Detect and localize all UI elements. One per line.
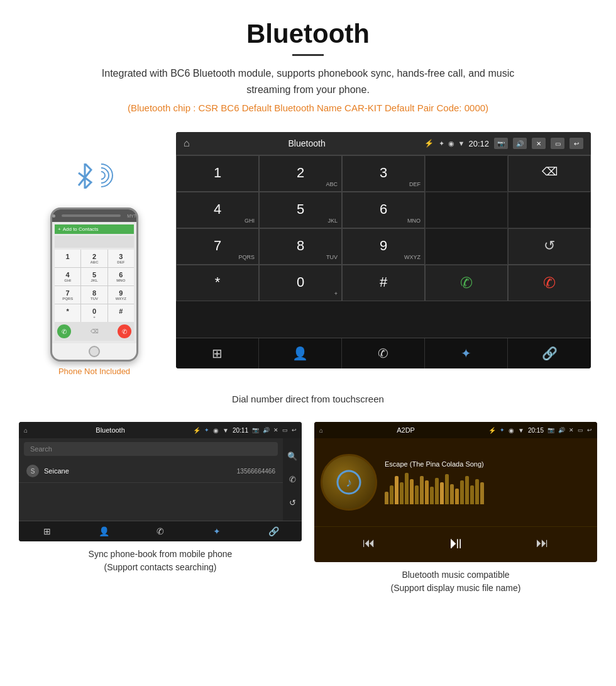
music-caption: Bluetooth music compatible(Support displ…	[391, 568, 521, 595]
track-title: Escape (The Pina Colada Song)	[385, 460, 591, 468]
phonebook-back-icon: ↩	[292, 427, 297, 433]
music-status-bar: ⌂ A2DP ⚡ ✦ ◉ ▼ 20:15 📷 🔊 ✕ ▭ ↩	[314, 422, 597, 438]
nav-bluetooth-icon[interactable]: ✦	[425, 338, 508, 368]
phonebook-call-icon[interactable]: ✆	[289, 475, 296, 484]
album-art: ♪	[321, 454, 377, 511]
nav-phone-icon[interactable]: ✆	[342, 338, 425, 368]
search-placeholder: Search	[30, 445, 52, 453]
contact-avatar: S	[26, 465, 39, 477]
music-controls: ⏮ ⏯ ⏭	[314, 526, 597, 562]
phonebook-wifi-icon: ▼	[223, 427, 229, 434]
pnav-contacts[interactable]: 👤	[75, 521, 132, 541]
dial-key-7[interactable]: 7PQRS	[176, 228, 259, 265]
phone-keypad: 1 2ABC 3DEF 4GHI 5JKL 6MNO 7PQRS 8TUV 9W…	[55, 250, 134, 322]
phonebook-screen: ⌂ Bluetooth ⚡ ✦ ◉ ▼ 20:11 📷 🔊 ✕ ▭ ↩ Sear…	[19, 422, 302, 541]
nav-link-icon[interactable]: 🔗	[508, 338, 591, 368]
sync-button[interactable]: ↺	[508, 228, 591, 265]
phonebook-home-icon: ⌂	[24, 427, 28, 434]
phonebook-screenshot: ⌂ Bluetooth ⚡ ✦ ◉ ▼ 20:11 📷 🔊 ✕ ▭ ↩ Sear…	[19, 422, 302, 595]
svg-text:♪: ♪	[346, 475, 352, 489]
phonebook-search-icon[interactable]: 🔍	[287, 451, 297, 461]
phonebook-screen-icon: ▭	[282, 427, 288, 433]
phonebook-title: Bluetooth	[31, 426, 189, 434]
camera-button[interactable]: 📷	[494, 138, 508, 149]
dial-key-9[interactable]: 9WXYZ	[342, 228, 425, 265]
music-cam-icon: 📷	[547, 427, 554, 433]
car-status-bar: ⌂ Bluetooth ⚡ ✦ ◉ ▼ 20:12 📷 🔊 ✕ ▭ ↩	[176, 132, 591, 155]
play-pause-button[interactable]: ⏯	[448, 533, 464, 553]
dial-key-0[interactable]: 0+	[259, 265, 342, 301]
dial-key-8[interactable]: 8TUV	[259, 228, 342, 265]
phonebook-usb-icon: ⚡	[193, 427, 201, 434]
dial-empty-3	[425, 228, 508, 265]
phonebook-search-bar[interactable]: Search	[24, 442, 278, 456]
end-call-button[interactable]: ✆	[508, 265, 591, 301]
music-usb-icon: ⚡	[488, 427, 496, 434]
bottom-screenshots: ⌂ Bluetooth ⚡ ✦ ◉ ▼ 20:11 📷 🔊 ✕ ▭ ↩ Sear…	[0, 422, 616, 607]
music-back-icon: ↩	[587, 427, 592, 433]
back-button[interactable]: ↩	[569, 138, 583, 149]
music-title: A2DP	[327, 426, 485, 434]
phonebook-caption: Sync phone-book from mobile phone(Suppor…	[89, 548, 233, 574]
phonebook-sync-icon[interactable]: ↺	[289, 498, 296, 507]
contact-name: Seicane	[44, 467, 237, 475]
car-screen-title: Bluetooth	[195, 138, 419, 148]
music-spectrum	[385, 473, 591, 504]
volume-button[interactable]: 🔊	[513, 138, 527, 149]
phonebook-cam-icon: 📷	[252, 427, 259, 433]
home-icon: ⌂	[184, 138, 190, 149]
dial-key-4[interactable]: 4GHI	[176, 192, 259, 228]
dial-key-1[interactable]: 1	[176, 155, 259, 192]
dial-key-3[interactable]: 3DEF	[342, 155, 425, 192]
pnav-link[interactable]: 🔗	[245, 521, 302, 541]
phonebook-time: 20:11	[233, 427, 248, 434]
bluetooth-status-icon: ✦	[439, 140, 444, 148]
prev-button[interactable]: ⏮	[363, 536, 375, 550]
music-time: 20:15	[528, 427, 544, 434]
location-icon: ◉	[448, 140, 454, 148]
pnav-grid[interactable]: ⊞	[19, 521, 75, 541]
page-description: Integrated with BC6 Bluetooth module, su…	[94, 65, 522, 97]
dial-key-6[interactable]: 6MNO	[342, 192, 425, 228]
next-button[interactable]: ⏭	[536, 536, 549, 550]
dial-key-2[interactable]: 2ABC	[259, 155, 342, 192]
phonebook-status-bar: ⌂ Bluetooth ⚡ ✦ ◉ ▼ 20:11 📷 🔊 ✕ ▭ ↩	[19, 422, 302, 438]
bluetooth-signal-icon	[69, 151, 119, 201]
phone-bottom-bar: ✆ ⌫ ✆	[55, 322, 134, 341]
backspace-button[interactable]: ⌫	[508, 155, 591, 192]
dialpad-grid: 1 2ABC 3DEF ⌫ 4GHI 5JKL 6MNO 7PQRS 8TUV …	[176, 155, 591, 338]
nav-contacts-icon[interactable]: 👤	[259, 338, 342, 368]
music-screen-icon: ▭	[578, 427, 583, 433]
phonebook-bt-icon: ✦	[204, 427, 209, 433]
close-button[interactable]: ✕	[532, 138, 546, 149]
music-vol-icon: 🔊	[558, 427, 565, 433]
car-time: 20:12	[468, 139, 489, 148]
nav-grid-icon[interactable]: ⊞	[176, 338, 259, 368]
music-wifi-icon: ▼	[518, 427, 524, 434]
phone-mock: MYT + Add to Contacts 1 2ABC 3DEF 4GHI 5…	[50, 207, 138, 362]
music-screenshot: ⌂ A2DP ⚡ ✦ ◉ ▼ 20:15 📷 🔊 ✕ ▭ ↩ ♪	[314, 422, 597, 595]
usb-icon: ⚡	[424, 139, 434, 148]
bluetooth-specs: (Bluetooth chip : CSR BC6 Default Blueto…	[13, 102, 603, 113]
music-screen: ⌂ A2DP ⚡ ✦ ◉ ▼ 20:15 📷 🔊 ✕ ▭ ↩ ♪	[314, 422, 597, 562]
call-button[interactable]: ✆	[425, 265, 508, 301]
phonebook-loc-icon: ◉	[213, 427, 219, 434]
pnav-phone[interactable]: ✆	[132, 521, 189, 541]
dial-key-5[interactable]: 5JKL	[259, 192, 342, 228]
phone-top-bar: MYT	[52, 209, 136, 222]
car-dial-screen: ⌂ Bluetooth ⚡ ✦ ◉ ▼ 20:12 📷 🔊 ✕ ▭ ↩ 1 2A…	[176, 132, 591, 368]
dial-key-hash[interactable]: #	[342, 265, 425, 301]
dial-key-star[interactable]: *	[176, 265, 259, 301]
music-loc-icon: ◉	[509, 427, 514, 434]
page-title: Bluetooth	[13, 19, 603, 49]
wifi-icon: ▼	[458, 140, 465, 147]
music-home-icon: ⌂	[319, 427, 323, 434]
phone-screen-top: + Add to Contacts	[55, 224, 134, 234]
music-bt-icon: ✦	[500, 427, 505, 433]
pnav-bt[interactable]: ✦	[189, 521, 245, 541]
dial-display	[425, 155, 508, 192]
screen-button[interactable]: ▭	[551, 138, 564, 149]
dial-empty-1	[425, 192, 508, 228]
phone-not-included-label: Phone Not Included	[58, 367, 130, 376]
contact-row[interactable]: S Seicane 13566664466	[19, 460, 283, 483]
